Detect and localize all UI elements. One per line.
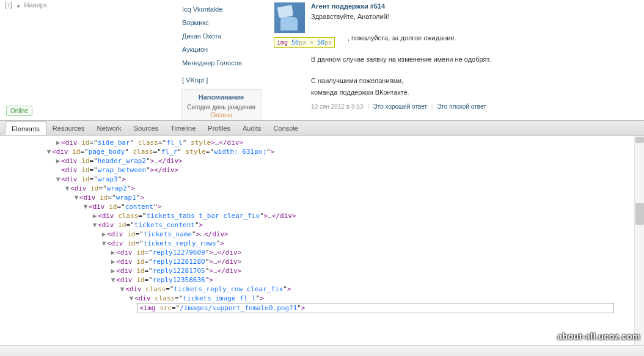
dom-node[interactable]: ▶<div id="reply12279609">…</div> <box>0 248 644 257</box>
dom-tree[interactable]: ▶<div id="side_bar" class="fl_l" style>…… <box>0 136 644 345</box>
toggle-icon[interactable]: ▼ <box>119 285 125 294</box>
tab-audits[interactable]: Audits <box>236 122 268 135</box>
toggle-icon[interactable]: ▶ <box>92 211 98 220</box>
message-line: С наилучшими пожеланиями, <box>311 76 640 85</box>
message-line: Здравствуйте, Анатолий! <box>311 12 640 21</box>
reminder-text: Сегодня день рождения Оксаны <box>184 103 258 119</box>
tab-profiles[interactable]: Profiles <box>202 122 236 135</box>
dom-node[interactable]: ▼<div id="tickets_content"> <box>0 220 644 230</box>
html-edit-input[interactable]: <img src="/images/support_female0.png?1"… <box>137 303 614 313</box>
dom-node[interactable]: ▼<div class="tickets_reply_row clear_fix… <box>0 285 644 294</box>
toggle-icon[interactable]: ▼ <box>64 184 70 193</box>
sidebar-links: Icq Vkontakte Вормикс Дикая Охота Аукцио… <box>182 2 242 87</box>
toggle-icon[interactable]: ▼ <box>128 294 134 303</box>
watermark: about-all.ucoz.com <box>557 332 640 341</box>
dom-node[interactable]: ▶<div id="tickets_name">…</div> <box>0 230 644 239</box>
sidebar-link-auction[interactable]: Аукцион <box>182 43 242 56</box>
message-line: команда поддержки ВКонтакте. <box>311 88 640 97</box>
devtools-panel: Elements Resources Network Sources Timel… <box>0 120 644 356</box>
tab-sources[interactable]: Sources <box>128 122 164 135</box>
toggle-icon[interactable]: ▶ <box>101 230 107 239</box>
dom-node[interactable]: ▼<div id="tickets_reply_rows"> <box>0 239 644 248</box>
toggle-icon[interactable]: ▼ <box>73 193 79 202</box>
sidebar-link-vkopt[interactable]: [ VKopt ] <box>182 73 242 87</box>
toggle-icon[interactable]: ▶ <box>55 156 61 165</box>
message-meta: 10 сен 2012 в 8:53 | Это хороший ответ |… <box>311 103 640 110</box>
scrollbar[interactable] <box>634 136 644 345</box>
toggle-icon[interactable]: ▼ <box>110 275 116 285</box>
dom-node[interactable]: ▶<div id="reply12281705">…</div> <box>0 266 644 275</box>
dom-node[interactable]: ▶<div class="tickets_tabs t_bar clear_fi… <box>0 211 644 220</box>
online-badge: Online <box>6 106 32 116</box>
toggle-icon[interactable]: ▶ <box>110 248 116 257</box>
chevron-up-icon: ▲ <box>16 2 21 9</box>
toggle-icon[interactable]: ▶ <box>55 138 61 147</box>
toggle-icon[interactable]: ▼ <box>82 202 89 211</box>
dom-node[interactable]: ▼<div id="wrap1"> <box>0 193 644 202</box>
sidebar-link-hunt[interactable]: Дикая Охота <box>182 29 242 43</box>
toggle-icon[interactable]: ▶ <box>110 266 116 275</box>
tab-timeline[interactable]: Timeline <box>164 122 202 135</box>
avatar[interactable] <box>274 2 305 33</box>
reminder-title: Напоминание <box>184 93 258 101</box>
sidebar-link-voices[interactable]: Менеджер Голосов <box>182 56 242 70</box>
dom-node-editing[interactable]: <img src="/images/support_female0.png?1"… <box>0 303 644 313</box>
tab-network[interactable]: Network <box>90 122 127 135</box>
toggle-icon[interactable]: ▼ <box>92 220 98 230</box>
sidebar-link-vormix[interactable]: Вормикс <box>182 16 242 29</box>
dom-node[interactable]: ▶<div id="header_wrap2">…</div> <box>0 156 644 165</box>
element-tooltip: img 50px × 50px <box>274 37 335 48</box>
toggle-icon[interactable]: ▼ <box>101 239 107 248</box>
message-line: , пожалуйста, за долгое ожидание. <box>311 34 640 43</box>
dom-node[interactable]: ▶<div id="side_bar" class="fl_l" style>…… <box>0 138 644 147</box>
sidebar-link-icq[interactable]: Icq Vkontakte <box>182 2 242 16</box>
dom-node[interactable]: <div id="wrap_between"></div> <box>0 165 644 175</box>
dom-node[interactable]: ▼<div id="reply12358636"> <box>0 275 644 285</box>
dom-node[interactable]: ▼<div id="wrap3"> <box>0 175 644 184</box>
tab-console[interactable]: Console <box>268 122 304 135</box>
agent-name[interactable]: Агент поддержки #514 <box>311 2 640 10</box>
reminder-box: Напоминание Сегодня день рождения Оксаны <box>181 89 262 120</box>
good-answer-link[interactable]: Это хороший ответ <box>373 103 427 110</box>
devtools-statusbar <box>0 345 644 356</box>
dom-node[interactable]: ▼<div class="tickets_image fl_l"> <box>0 294 644 303</box>
devtools-tabs: Elements Resources Network Sources Timel… <box>0 121 644 136</box>
dom-node[interactable]: ▶<div id="reply12281280">…</div> <box>0 257 644 266</box>
dom-node[interactable]: ▼<div id="wrap2"> <box>0 184 644 193</box>
toggle-icon[interactable]: ▼ <box>55 175 61 184</box>
back-to-top[interactable]: [↑]▲ Наверх <box>5 1 47 9</box>
bad-answer-link[interactable]: Это плохой ответ <box>437 103 486 110</box>
message-line: В данном случае заявку на изменение имен… <box>311 55 640 64</box>
tab-elements[interactable]: Elements <box>5 122 46 135</box>
toggle-icon[interactable]: ▶ <box>110 257 116 266</box>
dom-node[interactable]: ▼<div id="content"> <box>0 202 644 211</box>
timestamp: 10 сен 2012 в 8:53 <box>311 103 363 110</box>
toggle-icon[interactable]: ▼ <box>46 147 52 156</box>
tab-resources[interactable]: Resources <box>46 122 91 135</box>
support-message: Агент поддержки #514 Здравствуйте, Анато… <box>274 2 640 110</box>
dom-node[interactable]: ▼<div id="page_body" class="fl_r" style=… <box>0 147 644 156</box>
